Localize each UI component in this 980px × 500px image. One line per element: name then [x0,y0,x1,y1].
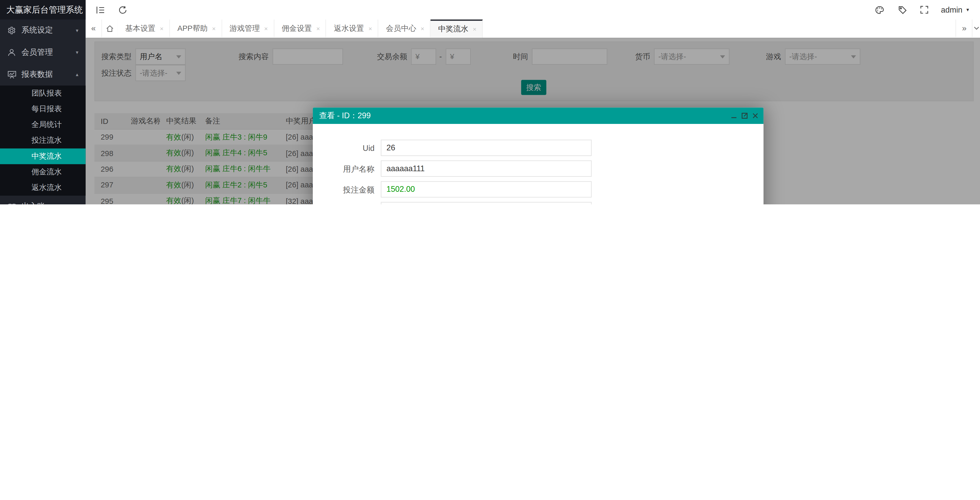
sidebar-item-报表数据[interactable]: 报表数据▲ [0,63,86,86]
tab-close-icon[interactable]: × [317,25,320,32]
sidebar-subitem-团队报表[interactable]: 团队报表 [0,86,86,101]
palette-icon[interactable] [875,0,884,19]
tab-close-icon[interactable]: × [368,25,372,32]
sidebar-subitem-每日报表[interactable]: 每日报表 [0,101,86,117]
sidebar-subitem-投注流水[interactable]: 投注流水 [0,133,86,148]
tab-返水设置[interactable]: 返水设置× [326,19,379,37]
tabbar: « 基本设置×APP帮助×游戏管理×佣金设置×返水设置×会员中心×中奖流水× » [86,19,980,38]
chevron-down-icon: ▼ [75,196,79,204]
view-record-modal: 查看 - ID：299 Uid26用户名称aaaaaa111投注金额1502.0… [313,108,764,204]
tab-label: 会员中心 [386,24,416,33]
modal-title: 查看 - ID：299 [319,108,371,124]
tab-游戏管理[interactable]: 游戏管理× [222,19,274,37]
field-input-中奖金额[interactable]: 2786.21 [381,202,592,204]
submenu-报表数据: 团队报表每日报表全局统计投注流水中奖流水佣金流水返水流水 [0,86,86,196]
refresh-icon[interactable] [118,0,127,19]
fullscreen-icon[interactable] [920,0,929,19]
user-icon [8,42,18,64]
sidebar-item-label: 系统设定 [21,19,53,42]
tab-会员中心[interactable]: 会员中心× [379,19,431,37]
sidebar-nav: 系统设定▼会员管理▼报表数据▲团队报表每日报表全局统计投注流水中奖流水佣金流水返… [0,19,86,204]
sidebar: 大赢家后台管理系统 系统设定▼会员管理▼报表数据▲团队报表每日报表全局统计投注流… [0,0,86,204]
field-label: 中奖金额 [318,202,374,204]
maximize-icon[interactable] [741,113,748,119]
tab-label: 游戏管理 [229,24,259,33]
field-input-Uid[interactable]: 26 [381,140,592,156]
minimize-icon[interactable] [731,113,737,119]
tab-close-icon[interactable]: × [420,25,424,32]
sidebar-item-label: 报表数据 [21,63,53,86]
tab-label: 返水设置 [334,24,364,33]
field-label: 投注金额 [318,181,374,196]
app-title: 大赢家后台管理系统 [0,0,86,19]
tab-基本设置[interactable]: 基本设置× [118,19,170,37]
tab-label: 佣金设置 [282,24,312,33]
tab-close-icon[interactable]: × [473,26,476,33]
chevron-down-icon: ▼ [966,8,970,12]
chevron-down-icon: ▼ [75,42,79,64]
menu-toggle-icon[interactable] [96,0,105,19]
modal-body: Uid26用户名称aaaaaa111投注金额1502.00中奖金额2786.21… [313,124,764,204]
tabs-scroll-right-icon[interactable]: » [956,19,972,37]
tag-icon[interactable] [898,0,907,19]
tab-label: APP帮助 [178,24,208,33]
tab-APP帮助[interactable]: APP帮助× [170,19,222,37]
username: admin [941,5,962,14]
book-icon [8,196,18,204]
tabs-scroll-left-icon[interactable]: « [86,19,102,37]
home-tab[interactable] [101,19,118,37]
field-input-用户名称[interactable]: aaaaaa111 [381,160,592,177]
sidebar-item-出入账[interactable]: 出入账▼ [0,196,86,204]
sidebar-item-系统设定[interactable]: 系统设定▼ [0,19,86,42]
chart-board-icon [8,63,18,86]
sidebar-item-label: 出入账 [21,196,45,204]
topbar: admin ▼ [86,0,980,19]
tab-close-icon[interactable]: × [212,25,216,32]
app-window: 大赢家后台管理系统 系统设定▼会员管理▼报表数据▲团队报表每日报表全局统计投注流… [0,0,980,204]
sidebar-subitem-全局统计[interactable]: 全局统计 [0,117,86,133]
field-input-投注金额[interactable]: 1502.00 [381,181,592,198]
tab-中奖流水[interactable]: 中奖流水× [431,19,483,38]
sidebar-subitem-佣金流水[interactable]: 佣金流水 [0,164,86,180]
field-label: 用户名称 [318,160,374,175]
modal-window-controls [731,108,759,124]
tab-close-icon[interactable]: × [160,25,164,32]
tab-close-icon[interactable]: × [264,25,268,32]
tab-label: 基本设置 [125,24,155,33]
close-icon[interactable] [752,113,758,119]
chevron-down-icon: ▼ [75,19,79,42]
chevron-up-icon: ▲ [75,63,79,86]
field-label: Uid [318,140,374,154]
user-menu[interactable]: admin ▼ [941,0,970,19]
sidebar-item-会员管理[interactable]: 会员管理▼ [0,42,86,64]
gear-icon [8,19,18,42]
sidebar-item-label: 会员管理 [21,42,53,64]
sidebar-subitem-中奖流水[interactable]: 中奖流水 [0,148,86,164]
sidebar-subitem-返水流水[interactable]: 返水流水 [0,180,86,196]
tabs-strip: 基本设置×APP帮助×游戏管理×佣金设置×返水设置×会员中心×中奖流水× [118,19,483,37]
tab-label: 中奖流水 [438,24,468,33]
tab-佣金设置[interactable]: 佣金设置× [274,19,326,37]
modal-header[interactable]: 查看 - ID：299 [313,108,764,124]
tabs-dropdown-icon[interactable] [972,19,980,37]
